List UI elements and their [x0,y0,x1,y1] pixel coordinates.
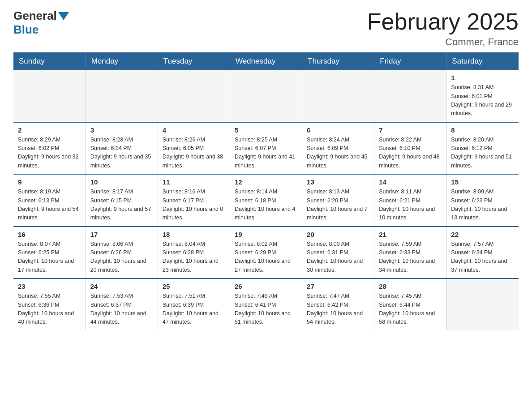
day-info: Sunrise: 8:16 AM Sunset: 6:17 PM Dayligh… [163,188,225,223]
calendar-cell: 7Sunrise: 8:22 AM Sunset: 6:10 PM Daylig… [374,122,446,175]
calendar-cell: 28Sunrise: 7:45 AM Sunset: 6:44 PM Dayli… [374,278,446,330]
day-info: Sunrise: 7:55 AM Sunset: 6:36 PM Dayligh… [18,292,81,327]
day-number: 5 [235,126,297,134]
calendar-cell: 13Sunrise: 8:13 AM Sunset: 6:20 PM Dayli… [302,174,374,227]
calendar-cell: 11Sunrise: 8:16 AM Sunset: 6:17 PM Dayli… [158,174,230,227]
day-number: 14 [379,178,442,186]
day-number: 18 [163,231,225,238]
calendar-week-row: 23Sunrise: 7:55 AM Sunset: 6:36 PM Dayli… [13,278,519,330]
day-number: 6 [307,126,369,134]
day-info: Sunrise: 8:19 AM Sunset: 6:13 PM Dayligh… [18,188,81,223]
day-number: 11 [163,178,225,186]
calendar-cell: 22Sunrise: 7:57 AM Sunset: 6:34 PM Dayli… [446,227,519,279]
calendar-cell: 25Sunrise: 7:51 AM Sunset: 6:39 PM Dayli… [158,278,230,330]
weekday-header-wednesday: Wednesday [230,52,302,70]
day-number: 25 [163,283,225,290]
logo-general-text: General [13,9,57,23]
calendar-cell: 5Sunrise: 8:25 AM Sunset: 6:07 PM Daylig… [230,122,302,175]
calendar-week-row: 16Sunrise: 8:07 AM Sunset: 6:25 PM Dayli… [13,227,519,279]
calendar-cell: 27Sunrise: 7:47 AM Sunset: 6:42 PM Dayli… [302,278,374,330]
day-number: 21 [379,231,442,238]
calendar-cell: 17Sunrise: 8:06 AM Sunset: 6:26 PM Dayli… [86,227,158,279]
day-info: Sunrise: 7:49 AM Sunset: 6:41 PM Dayligh… [235,292,297,327]
day-info: Sunrise: 8:22 AM Sunset: 6:10 PM Dayligh… [379,136,442,171]
day-number: 10 [90,178,153,186]
day-info: Sunrise: 8:31 AM Sunset: 6:01 PM Dayligh… [451,83,514,118]
calendar-cell: 16Sunrise: 8:07 AM Sunset: 6:25 PM Dayli… [13,227,86,279]
day-info: Sunrise: 8:28 AM Sunset: 6:04 PM Dayligh… [90,136,153,171]
calendar-cell: 6Sunrise: 8:24 AM Sunset: 6:09 PM Daylig… [302,122,374,175]
calendar-cell: 4Sunrise: 8:26 AM Sunset: 6:05 PM Daylig… [158,122,230,175]
calendar-week-row: 9Sunrise: 8:19 AM Sunset: 6:13 PM Daylig… [13,174,519,227]
day-info: Sunrise: 7:53 AM Sunset: 6:37 PM Dayligh… [90,292,153,327]
day-info: Sunrise: 8:06 AM Sunset: 6:26 PM Dayligh… [90,240,153,275]
day-info: Sunrise: 8:14 AM Sunset: 6:18 PM Dayligh… [235,188,297,223]
calendar-cell: 14Sunrise: 8:11 AM Sunset: 6:21 PM Dayli… [374,174,446,227]
calendar-cell [86,70,158,122]
day-info: Sunrise: 8:26 AM Sunset: 6:05 PM Dayligh… [163,136,225,171]
page-title: February 2025 [367,9,519,34]
day-info: Sunrise: 8:25 AM Sunset: 6:07 PM Dayligh… [235,136,297,171]
logo: General Blue [13,9,70,37]
calendar-cell: 18Sunrise: 8:04 AM Sunset: 6:28 PM Dayli… [158,227,230,279]
weekday-header-tuesday: Tuesday [158,52,230,70]
calendar-cell: 20Sunrise: 8:00 AM Sunset: 6:31 PM Dayli… [302,227,374,279]
weekday-header-row: SundayMondayTuesdayWednesdayThursdayFrid… [13,52,519,70]
day-info: Sunrise: 7:57 AM Sunset: 6:34 PM Dayligh… [451,240,514,275]
day-number: 24 [90,283,153,290]
calendar-cell: 10Sunrise: 8:17 AM Sunset: 6:15 PM Dayli… [86,174,158,227]
day-info: Sunrise: 8:02 AM Sunset: 6:29 PM Dayligh… [235,240,297,275]
day-number: 16 [18,231,81,238]
day-info: Sunrise: 8:00 AM Sunset: 6:31 PM Dayligh… [307,240,369,275]
day-info: Sunrise: 8:24 AM Sunset: 6:09 PM Dayligh… [307,136,369,171]
calendar-cell [158,70,230,122]
calendar-cell [302,70,374,122]
calendar-cell [13,70,86,122]
day-number: 23 [18,283,81,290]
calendar-cell: 21Sunrise: 7:59 AM Sunset: 6:33 PM Dayli… [374,227,446,279]
day-number: 7 [379,126,442,134]
day-info: Sunrise: 8:13 AM Sunset: 6:20 PM Dayligh… [307,188,369,223]
day-number: 15 [451,178,514,186]
calendar-cell: 2Sunrise: 8:29 AM Sunset: 6:02 PM Daylig… [13,122,86,175]
day-number: 4 [163,126,225,134]
calendar-week-row: 2Sunrise: 8:29 AM Sunset: 6:02 PM Daylig… [13,122,519,175]
day-number: 20 [307,231,369,238]
day-number: 8 [451,126,514,134]
logo-triangle-icon [58,12,69,20]
day-info: Sunrise: 8:17 AM Sunset: 6:15 PM Dayligh… [90,188,153,223]
day-number: 13 [307,178,369,186]
day-info: Sunrise: 7:59 AM Sunset: 6:33 PM Dayligh… [379,240,442,275]
day-info: Sunrise: 8:09 AM Sunset: 6:23 PM Dayligh… [451,188,514,223]
calendar-cell: 9Sunrise: 8:19 AM Sunset: 6:13 PM Daylig… [13,174,86,227]
calendar-cell: 19Sunrise: 8:02 AM Sunset: 6:29 PM Dayli… [230,227,302,279]
day-number: 22 [451,231,514,238]
weekday-header-monday: Monday [86,52,158,70]
calendar-cell [230,70,302,122]
calendar-cell: 23Sunrise: 7:55 AM Sunset: 6:36 PM Dayli… [13,278,86,330]
day-number: 28 [379,283,442,290]
weekday-header-saturday: Saturday [446,52,519,70]
logo-blue-text: Blue [13,23,39,37]
calendar-cell: 15Sunrise: 8:09 AM Sunset: 6:23 PM Dayli… [446,174,519,227]
day-number: 19 [235,231,297,238]
day-number: 2 [18,126,81,134]
day-number: 26 [235,283,297,290]
calendar-cell [446,278,519,330]
weekday-header-friday: Friday [374,52,446,70]
calendar-cell: 24Sunrise: 7:53 AM Sunset: 6:37 PM Dayli… [86,278,158,330]
calendar-cell: 3Sunrise: 8:28 AM Sunset: 6:04 PM Daylig… [86,122,158,175]
day-info: Sunrise: 7:51 AM Sunset: 6:39 PM Dayligh… [163,292,225,327]
calendar-cell: 1Sunrise: 8:31 AM Sunset: 6:01 PM Daylig… [446,70,519,122]
calendar-table: SundayMondayTuesdayWednesdayThursdayFrid… [13,52,519,330]
day-info: Sunrise: 8:04 AM Sunset: 6:28 PM Dayligh… [163,240,225,275]
title-area: February 2025 Commer, France [367,9,519,48]
day-number: 27 [307,283,369,290]
calendar-cell: 26Sunrise: 7:49 AM Sunset: 6:41 PM Dayli… [230,278,302,330]
day-info: Sunrise: 8:29 AM Sunset: 6:02 PM Dayligh… [18,136,81,171]
calendar-cell [374,70,446,122]
day-number: 12 [235,178,297,186]
day-info: Sunrise: 8:11 AM Sunset: 6:21 PM Dayligh… [379,188,442,223]
calendar-cell: 12Sunrise: 8:14 AM Sunset: 6:18 PM Dayli… [230,174,302,227]
day-number: 17 [90,231,153,238]
